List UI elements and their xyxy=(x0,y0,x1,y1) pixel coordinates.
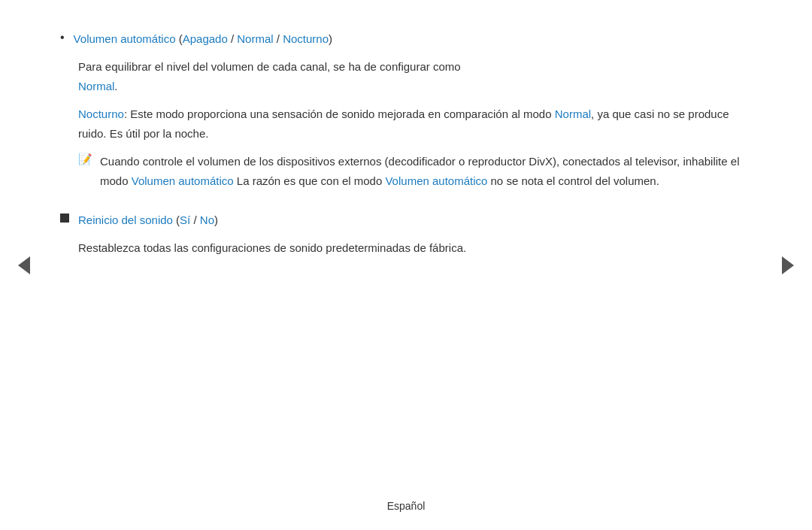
note-icon: 📝 xyxy=(78,153,92,166)
nav-arrow-right[interactable] xyxy=(777,255,798,276)
nav-arrow-left[interactable] xyxy=(14,255,35,276)
desc-para1: Para equilibrar el nivel del volumen de … xyxy=(78,57,752,95)
slash2: / xyxy=(274,32,283,45)
link-volumen-auto-note2[interactable]: Volumen automático xyxy=(385,174,487,187)
page-container: • Volumen automático (Apagado / Normal /… xyxy=(0,0,812,530)
reinicio-paren-close: ) xyxy=(214,214,218,226)
bullet-title-reinicio: Reinicio del sonido (Sí / No) xyxy=(78,211,218,229)
footer-language: Español xyxy=(387,500,426,512)
reinicio-paren-open: ( xyxy=(173,214,180,226)
section-volumen-automatico: • Volumen automático (Apagado / Normal /… xyxy=(60,30,752,190)
bullet-item-reinicio: Reinicio del sonido (Sí / No) xyxy=(60,211,752,229)
link-no[interactable]: No xyxy=(200,214,214,226)
bullet-square xyxy=(60,214,69,223)
reinicio-desc: Restablezca todas las configuraciones de… xyxy=(78,238,752,258)
slash1: / xyxy=(228,32,238,45)
bullet-title-volumen: Volumen automático (Apagado / Normal / N… xyxy=(74,30,332,48)
link-nocturno-title[interactable]: Nocturno xyxy=(283,32,329,45)
link-volumen-automatico[interactable]: Volumen automático xyxy=(74,32,176,45)
footer: Español xyxy=(0,488,812,530)
description-volumen: Para equilibrar el nivel del volumen de … xyxy=(78,57,752,143)
desc2-text1: : Este modo proporciona una sensación de… xyxy=(124,108,552,120)
link-reinicio-sonido[interactable]: Reinicio del sonido xyxy=(78,214,173,226)
section-reinicio-sonido: Reinicio del sonido (Sí / No) Restablezc… xyxy=(60,211,752,258)
link-apagado[interactable]: Apagado xyxy=(183,32,228,45)
bullet-item-volumen: • Volumen automático (Apagado / Normal /… xyxy=(60,30,752,48)
left-arrow-icon xyxy=(18,256,30,274)
link-nocturno-desc[interactable]: Nocturno xyxy=(78,108,124,120)
reinicio-slash: / xyxy=(190,214,200,226)
content-area: • Volumen automático (Apagado / Normal /… xyxy=(0,0,812,488)
desc1-end: . xyxy=(114,80,117,92)
right-arrow-icon xyxy=(782,256,794,274)
note-text: Cuando controle el volumen de los dispos… xyxy=(100,152,752,190)
link-normal-desc1[interactable]: Normal xyxy=(78,80,114,92)
paren-open: ( xyxy=(176,32,183,45)
link-si[interactable]: Sí xyxy=(180,214,190,226)
link-normal-desc2[interactable]: Normal xyxy=(555,108,591,120)
note-text2: La razón es que con el modo xyxy=(237,174,386,187)
link-volumen-auto-note1[interactable]: Volumen automático xyxy=(132,174,234,187)
note-text3: no se nota el control del volumen. xyxy=(491,174,659,187)
desc1-text: Para equilibrar el nivel del volumen de … xyxy=(78,60,461,73)
bullet-dot: • xyxy=(60,31,65,44)
desc-para2: Nocturno: Este modo proporciona una sens… xyxy=(78,104,752,143)
link-normal-title[interactable]: Normal xyxy=(237,32,273,45)
paren-close: ) xyxy=(329,32,332,45)
description-reinicio: Restablezca todas las configuraciones de… xyxy=(78,238,752,258)
note-section: 📝 Cuando controle el volumen de los disp… xyxy=(78,152,752,190)
